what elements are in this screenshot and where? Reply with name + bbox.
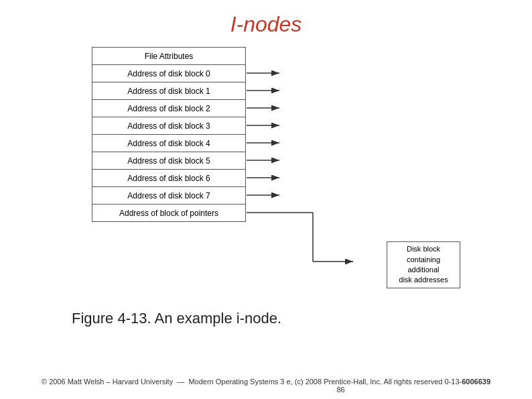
page-title: I-nodes	[0, 0, 532, 44]
page-num: 6006639	[462, 378, 490, 386]
disk-block-label: Disk blockcontainingadditionaldisk addre…	[399, 244, 448, 286]
disk-block-box: Disk blockcontainingadditionaldisk addre…	[387, 241, 460, 288]
table-row: Address of disk block 3	[92, 117, 246, 135]
table-row: Address of disk block 4	[92, 135, 246, 152]
figure-caption: Figure 4-13. An example i-node.	[72, 310, 460, 327]
table-row: Address of disk block 6	[92, 170, 246, 187]
footer-text2: Modern Operating Systems 3 e, (c) 2008 P…	[188, 378, 462, 386]
table-row: Address of disk block 7	[92, 187, 246, 205]
footer-text: © 2006 Matt Welsh – Harvard University	[42, 378, 173, 386]
table-row: Address of disk block 0	[92, 65, 246, 82]
table-row: Address of disk block 2	[92, 100, 246, 117]
table-row: Address of disk block 5	[92, 152, 246, 170]
inode-table: File Attributes Address of disk block 0 …	[92, 47, 246, 222]
table-header: File Attributes	[92, 48, 246, 65]
diagram-area: File Attributes Address of disk block 0 …	[72, 47, 460, 302]
slide-num: 86	[336, 386, 344, 394]
table-row-pointers: Address of block of pointers	[92, 205, 246, 222]
table-row: Address of disk block 1	[92, 82, 246, 100]
footer: © 2006 Matt Welsh – Harvard University —…	[0, 378, 532, 394]
